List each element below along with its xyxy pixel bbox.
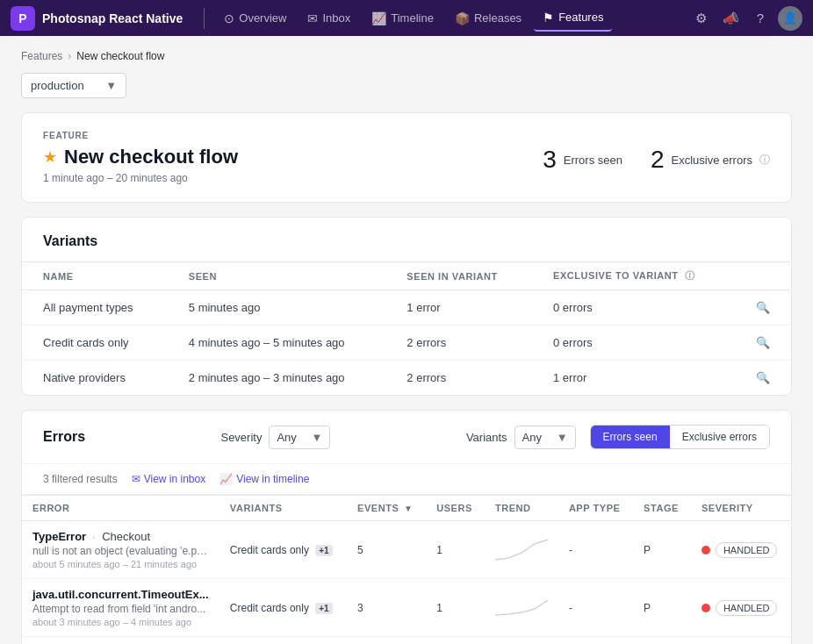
variants-badge-2: +1 [315, 603, 332, 614]
errors-seen-toggle[interactable]: Errors seen [591, 426, 670, 448]
severity-chevron-icon: ▼ [312, 431, 323, 444]
error-meta-1: about 5 minutes ago – 21 minutes ago [32, 559, 209, 569]
feature-type-label: FEATURE [43, 131, 770, 140]
severity-dropdown[interactable]: Any ▼ [269, 426, 330, 449]
error-app-type-2: - [558, 579, 633, 637]
error-severity-1: HANDLED [691, 521, 791, 579]
nav-overview[interactable]: ⊙ Overview [215, 6, 295, 31]
nav-releases[interactable]: 📦 Releases [446, 6, 530, 31]
inbox-icon: ✉ [307, 11, 318, 25]
error-events-2: 3 [347, 579, 426, 637]
nav-inbox-label: Inbox [322, 11, 350, 25]
errors-header-row: ERROR VARIANTS EVENTS ▼ USERS TREND APP … [22, 496, 791, 521]
error-row-2[interactable]: java.util.concurrent.TimeoutEx... Attemp… [22, 579, 791, 637]
error-cell-1: TypeError · Checkout null is not an obje… [22, 521, 219, 579]
star-icon: ★ [43, 147, 57, 167]
trend-chart-1 [495, 535, 548, 562]
features-icon: ⚑ [543, 11, 554, 25]
view-in-inbox-link[interactable]: ✉ View in inbox [132, 473, 206, 485]
announcements-button[interactable]: 📣 [718, 6, 743, 31]
errors-toggle-group: Errors seen Exclusive errors [590, 425, 770, 449]
breadcrumb-parent[interactable]: Features [21, 50, 62, 62]
variants-title: Variants [22, 218, 791, 261]
handled-badge-1: HANDLED [716, 542, 778, 558]
environment-dropdown[interactable]: production ▼ [21, 73, 126, 98]
events-sort-icon[interactable]: ▼ [404, 504, 413, 513]
error-title-2: java.util.concurrent.TimeoutEx... [32, 588, 209, 601]
severity-filter-group: Severity Any ▼ [220, 426, 330, 449]
errors-col-severity: SEVERITY [691, 496, 791, 521]
error-events-1: 5 [347, 521, 426, 579]
exclusive-errors-count: 2 [651, 146, 665, 174]
exclusive-errors-help-icon[interactable]: ⓘ [759, 153, 770, 168]
error-variants-1: Credit cards only +1 [219, 521, 347, 579]
variants-header-row: NAME SEEN SEEN IN VARIANT EXCLUSIVE TO V… [22, 262, 791, 290]
error-users-2: 1 [426, 579, 485, 637]
errors-col-users: USERS [426, 496, 485, 521]
error-row-1[interactable]: TypeError · Checkout null is not an obje… [22, 521, 791, 579]
variant-exclusive-3: 1 error [532, 361, 735, 396]
errors-subheader: 3 filtered results ✉ View in inbox 📈 Vie… [22, 464, 791, 495]
variant-seen-in-1: 1 error [385, 290, 532, 326]
nav-timeline-label: Timeline [391, 11, 434, 25]
nav-features-label: Features [558, 11, 603, 24]
trend-chart-2 [495, 593, 548, 619]
errors-col-error: ERROR [22, 496, 219, 521]
view-in-timeline-link[interactable]: 📈 View in timeline [219, 473, 309, 485]
nav-inbox[interactable]: ✉ Inbox [299, 6, 359, 31]
inbox-icon-small: ✉ [132, 473, 140, 485]
variant-seen-in-2: 2 errors [385, 326, 532, 361]
error-stage-1: P [633, 521, 691, 579]
error-app-type-3: - [558, 637, 633, 645]
errors-col-stage: STAGE [633, 496, 691, 521]
variant-search-1[interactable]: 🔍 [735, 290, 791, 326]
variants-dropdown[interactable]: Any ▼ [514, 426, 576, 449]
variant-name-2: Credit cards only [22, 326, 168, 361]
variant-name-1: All payment types [22, 290, 168, 326]
variants-table: NAME SEEN SEEN IN VARIANT EXCLUSIVE TO V… [22, 261, 791, 395]
error-severity-3: HANDLED [691, 637, 791, 645]
variants-card: Variants NAME SEEN SEEN IN VARIANT EXCLU… [21, 217, 792, 396]
top-navigation: P Photosnap React Native ⊙ Overview ✉ In… [0, 0, 813, 36]
nav-releases-label: Releases [474, 11, 522, 25]
user-avatar[interactable]: 👤 [778, 6, 802, 31]
exclusive-help-icon[interactable]: ⓘ [685, 270, 695, 281]
variant-search-2[interactable]: 🔍 [735, 326, 791, 361]
error-variants-3: Native providers [219, 637, 347, 645]
variants-filter-value: Any [522, 431, 542, 444]
exclusive-errors-toggle[interactable]: Exclusive errors [670, 426, 769, 448]
error-users-3: 1 [426, 637, 485, 645]
error-row-3[interactable]: NSInternalInconsistencyExcep... You have… [22, 637, 791, 645]
error-trend-3 [485, 637, 558, 645]
error-cell-2: java.util.concurrent.TimeoutEx... Attemp… [22, 579, 219, 637]
errors-title: Errors [43, 429, 85, 445]
dropdown-chevron-icon: ▼ [105, 79, 117, 92]
variants-badge-1: +1 [315, 545, 332, 556]
exclusive-errors-label: Exclusive errors [672, 154, 752, 167]
variants-chevron-icon: ▼ [557, 431, 568, 444]
brand-logo: P [11, 6, 35, 31]
help-button[interactable]: ? [748, 6, 773, 31]
error-app-type-1: - [558, 521, 633, 579]
variants-col-exclusive: EXCLUSIVE TO VARIANT ⓘ [532, 262, 735, 290]
variant-exclusive-1: 0 errors [532, 290, 735, 326]
variants-filter-group: Variants Any ▼ [466, 426, 576, 449]
breadcrumb-separator: › [68, 50, 71, 62]
handled-badge-2: HANDLED [716, 600, 778, 616]
brand[interactable]: P Photosnap React Native [11, 6, 183, 31]
nav-features[interactable]: ⚑ Features [534, 5, 612, 32]
errors-col-events: EVENTS ▼ [347, 496, 426, 521]
error-stage-3: P [633, 637, 691, 645]
nav-overview-label: Overview [239, 11, 286, 25]
feature-title-row: ★ New checkout flow [43, 146, 238, 168]
breadcrumb: Features › New checkout flow [21, 50, 792, 62]
variants-col-seen: SEEN [168, 262, 386, 290]
timeline-icon: 📈 [371, 11, 386, 25]
errors-table: ERROR VARIANTS EVENTS ▼ USERS TREND APP … [22, 495, 791, 644]
nav-timeline[interactable]: 📈 Timeline [363, 6, 442, 31]
errors-col-variants: VARIANTS [219, 496, 347, 521]
error-trend-1 [485, 521, 558, 579]
variant-search-3[interactable]: 🔍 [735, 361, 791, 396]
settings-button[interactable]: ⚙ [688, 6, 713, 31]
error-trend-2 [485, 579, 558, 637]
